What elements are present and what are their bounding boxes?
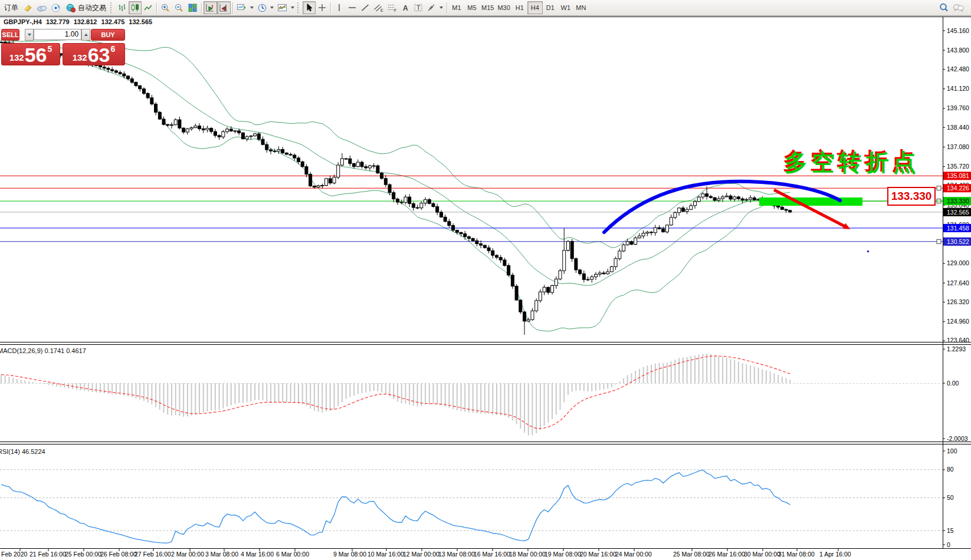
time-axis-label: 25 Mar 08:00	[673, 551, 710, 558]
timeframe-h4-button[interactable]: H4	[527, 1, 543, 14]
channel-tool-button[interactable]: E	[372, 1, 385, 14]
rsi-tick-label: 80	[947, 466, 954, 473]
new-chart-button[interactable]	[235, 1, 255, 14]
candle-body	[491, 251, 494, 255]
timeframe-m15-button[interactable]: M15	[480, 1, 496, 14]
crosshair-tool-button[interactable]	[316, 1, 329, 14]
candle-body	[670, 218, 673, 225]
candle-body	[547, 287, 550, 292]
hline-tool-button[interactable]	[346, 1, 359, 14]
candle-body	[697, 197, 700, 202]
indicators-button[interactable]	[275, 1, 296, 14]
time-scale[interactable]: Feb 202021 Feb 16:0025 Feb 00:0026 Feb 0…	[1, 549, 851, 558]
candle-body	[519, 300, 522, 312]
candle-body	[130, 79, 133, 83]
timeframe-m5-button[interactable]: M5	[464, 1, 480, 14]
candle-body	[713, 197, 716, 200]
candle-body	[309, 174, 312, 186]
candle-body	[598, 273, 601, 274]
candle-body	[146, 93, 149, 97]
candle-body	[475, 241, 478, 243]
candle-body	[214, 131, 216, 136]
price-tick-label: 123.640	[947, 337, 969, 344]
news-button[interactable]	[35, 1, 49, 14]
candle-body	[602, 273, 605, 274]
time-axis-label: 30 Mar 00:00	[744, 551, 780, 558]
price-callout-box[interactable]: 133.330	[887, 187, 936, 206]
candle-body	[245, 137, 248, 139]
candle-body	[166, 124, 169, 126]
chart-canvas[interactable]: 145.160143.800142.480141.120139.760138.4…	[0, 0, 971, 560]
price-tag-label: 134.226	[947, 185, 969, 192]
candle-body	[265, 144, 268, 150]
auto-scroll-button[interactable]	[204, 1, 217, 14]
cursor-tool-button[interactable]	[303, 1, 316, 14]
volume-input[interactable]: 1.00	[34, 29, 81, 40]
zoom-out-button[interactable]	[172, 1, 186, 14]
candlestick-chart-button[interactable]	[129, 1, 142, 14]
symbol-period-label: GBPJPY-,H4	[4, 18, 42, 25]
ask-price-button[interactable]: 132 63 6	[63, 43, 125, 65]
dropdown-caret	[439, 6, 443, 9]
crosshair-icon	[317, 3, 327, 12]
candle-body	[487, 248, 490, 251]
chart-shift-button[interactable]	[217, 1, 231, 14]
shapes-tool-button[interactable]	[425, 1, 445, 14]
chart-background[interactable]	[0, 17, 971, 549]
timeframe-m1-button[interactable]: M1	[449, 1, 464, 14]
zoom-in-button[interactable]	[159, 1, 172, 14]
bid-pip-digit: 5	[48, 45, 53, 53]
candle-body	[503, 260, 506, 265]
buy-button[interactable]: BUY	[91, 29, 125, 41]
timeframe-w1-button[interactable]: W1	[558, 1, 573, 14]
label-tool-button[interactable]: T	[412, 1, 425, 14]
shapes-icon	[427, 3, 437, 12]
period-button[interactable]	[255, 1, 275, 14]
text-tool-button[interactable]: A	[399, 1, 412, 14]
timeframe-d1-button[interactable]: D1	[543, 1, 558, 14]
line-chart-button[interactable]	[142, 1, 155, 14]
auto-scroll-icon	[205, 3, 215, 13]
bar-chart-button[interactable]	[116, 1, 129, 14]
candle-body	[416, 207, 419, 208]
orders-label: 订单	[4, 3, 18, 13]
signal-button[interactable]	[49, 1, 63, 14]
candle-body	[170, 125, 173, 126]
timeframe-m30-button[interactable]: M30	[496, 1, 511, 14]
fibonacci-tool-button[interactable]: F	[385, 1, 399, 14]
time-axis-label: Feb 2020	[1, 551, 28, 558]
annotation-text[interactable]: 多空转折点	[785, 147, 920, 179]
price-tick-label: 124.960	[947, 318, 969, 325]
vline-tool-button[interactable]	[333, 1, 346, 14]
timeframe-h1-button[interactable]: H1	[512, 1, 527, 14]
tile-windows-button[interactable]	[186, 1, 199, 14]
candle-body	[135, 83, 137, 86]
new-order-button[interactable]	[21, 1, 35, 14]
search-button[interactable]	[937, 1, 951, 14]
selection-handle[interactable]	[937, 186, 941, 190]
candle-body	[142, 89, 145, 94]
chat-button[interactable]	[951, 1, 966, 14]
volume-decrease-button[interactable]	[25, 29, 34, 41]
cloud-icon	[37, 3, 47, 13]
candle-body	[111, 70, 114, 71]
bid-price-button[interactable]: 132 56 5	[1, 43, 60, 65]
candle-body	[329, 179, 332, 183]
toolbar: 订单 自动交易 E F A T	[0, 0, 971, 16]
trendline-tool-button[interactable]	[359, 1, 372, 14]
timeframe-mn-button[interactable]: MN	[573, 1, 589, 14]
search-icon	[939, 2, 949, 13]
sell-button[interactable]: SELL	[1, 29, 19, 41]
green-rectangle-object[interactable]	[759, 197, 862, 206]
candle-body	[123, 74, 126, 76]
orders-button[interactable]: 订单	[1, 1, 21, 14]
candle-body	[737, 197, 740, 199]
volume-increase-button[interactable]	[81, 29, 90, 41]
candle-body	[281, 150, 284, 153]
candle-body	[646, 232, 649, 233]
selection-handle[interactable]	[937, 239, 941, 243]
candle-body	[654, 228, 657, 233]
price-tick-label: 142.480	[947, 65, 969, 73]
candle-body	[186, 129, 189, 132]
autotrade-button[interactable]: 自动交易	[63, 1, 109, 14]
